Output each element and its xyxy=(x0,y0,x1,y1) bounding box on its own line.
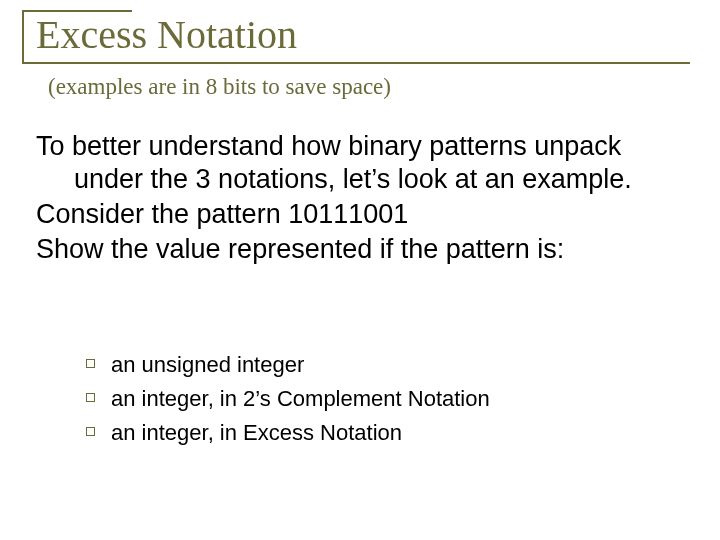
square-bullet-icon xyxy=(86,359,95,368)
slide-subtitle: (examples are in 8 bits to save space) xyxy=(48,74,391,100)
square-bullet-icon xyxy=(86,393,95,402)
list-item-label: an integer, in 2’s Complement Notation xyxy=(111,386,490,412)
square-bullet-icon xyxy=(86,427,95,436)
body-paragraph-1: To better understand how binary patterns… xyxy=(36,130,684,196)
body-text: To better understand how binary patterns… xyxy=(36,130,684,268)
slide: Excess Notation (examples are in 8 bits … xyxy=(0,0,720,540)
list-item: an unsigned integer xyxy=(86,352,490,378)
slide-title: Excess Notation xyxy=(28,14,688,62)
sublist: an unsigned integer an integer, in 2’s C… xyxy=(86,352,490,454)
body-paragraph-2: Consider the pattern 10111001 xyxy=(36,198,684,231)
list-item: an integer, in 2’s Complement Notation xyxy=(86,386,490,412)
list-item-label: an integer, in Excess Notation xyxy=(111,420,402,446)
title-rule-bottom xyxy=(22,62,690,64)
list-item: an integer, in Excess Notation xyxy=(86,420,490,446)
body-paragraph-3: Show the value represented if the patter… xyxy=(36,233,684,266)
title-wrap: Excess Notation xyxy=(28,14,688,62)
list-item-label: an unsigned integer xyxy=(111,352,304,378)
